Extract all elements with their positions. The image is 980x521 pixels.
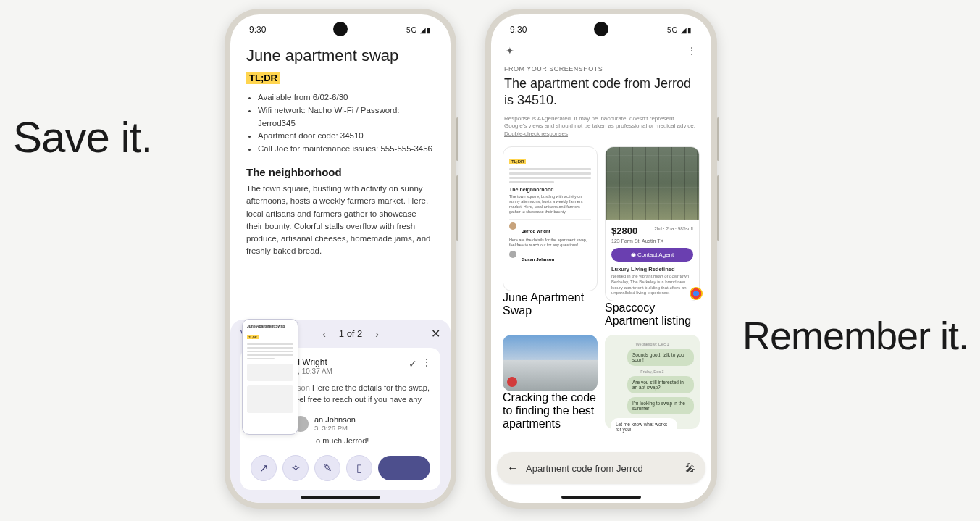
camera-cutout (594, 22, 608, 36)
back-icon[interactable]: ← (507, 462, 519, 475)
tldr-badge: TL;DR (246, 72, 280, 84)
close-icon[interactable]: ✕ (431, 327, 440, 341)
thumb-text: The town square, bustling with activity … (509, 194, 591, 215)
phone2-screen: 9:30 5G ◢▮ ✦ ⋮ FROM YOUR SCREENSHOTS The… (491, 14, 711, 503)
ai-answer: The apartment code from Jerrod is 34510. (504, 75, 698, 109)
chat-bubble: Are you still interested in an apt swap? (627, 376, 694, 393)
thumb-sender: Jerrod Wright (522, 229, 550, 233)
bullet-item: Wifi network: Nacho Wi-Fi / Password: Je… (258, 104, 435, 130)
listing-price: $2800 (611, 225, 637, 236)
mic-icon[interactable]: 🎤︎ (685, 462, 695, 474)
home-indicator[interactable] (301, 496, 380, 499)
action-row: ↗ ✧ ✎ ▯ (251, 455, 430, 481)
check-icon[interactable]: ✓ (409, 358, 417, 370)
phone1-screen: 9:30 5G ◢▮ June apartment swap TL;DR Ava… (230, 14, 451, 503)
note-content: June apartment swap TL;DR Available from… (230, 39, 451, 258)
bullet-item: Call Joe for maintenance issues: 555-555… (258, 143, 435, 156)
disclaimer-link[interactable]: Double-check responses (504, 130, 568, 137)
next-page-icon[interactable]: › (375, 328, 379, 340)
sparkle-icon[interactable]: ✦ (506, 45, 514, 57)
chat-bubble: Let me know what works for you! (611, 418, 677, 435)
reply-body: o much Jerrod! (251, 436, 430, 445)
listing-desc-heading: Luxury Living Redefined (611, 266, 693, 272)
phone-row: 9:30 5G ◢▮ June apartment swap TL;DR Ava… (225, 9, 717, 509)
thumb-tldr-badge: TL;DR (247, 335, 259, 339)
prev-page-icon[interactable]: ‹ (322, 328, 326, 340)
phone-remember: 9:30 5G ◢▮ ✦ ⋮ FROM YOUR SCREENSHOTS The… (485, 9, 717, 509)
status-time: 9:30 (510, 25, 527, 35)
crop-icon[interactable]: ✧ (282, 455, 309, 481)
share-icon[interactable]: ↗ (251, 455, 277, 481)
camera-cutout (333, 22, 348, 36)
section-heading: The neighborhood (246, 166, 435, 178)
avatar (509, 222, 516, 230)
thumb-heading: The neighborhood (509, 187, 591, 192)
search-bar[interactable]: ← Apartment code from Jerrod 🎤︎ (497, 452, 705, 484)
thumb-msg: Here are the details for the apartment s… (509, 238, 591, 248)
reply-name: an Johnson (314, 415, 356, 424)
result-card[interactable]: $2800 2bd · 2ba · 985sqft 123 Farm St, A… (605, 146, 700, 328)
page-indicator: 1 of 2 (339, 328, 363, 339)
status-time: 9:30 (249, 25, 266, 35)
floating-screenshot-thumb[interactable]: June Apartment Swap TL;DR (242, 319, 298, 435)
status-icons: 5G ◢▮ (667, 26, 692, 34)
chat-timestamp: Friday, Dec 3 (611, 370, 694, 374)
result-label: June Apartment Swap (503, 291, 598, 317)
tagline-remember: Remember it. (742, 315, 968, 357)
result-card[interactable]: TL;DR The neighborhood The town square, … (503, 146, 598, 328)
chat-timestamp: Wednesday, Dec 1 (611, 342, 694, 346)
contact-agent-button[interactable]: ◉ Contact Agent (611, 248, 693, 262)
thumb-reply-name: Susan Johnson (522, 257, 554, 262)
thumb-title: June Apartment Swap (247, 324, 293, 328)
thumb-tldr-badge: TL;DR (509, 159, 526, 164)
reply-date: 3, 3:26 PM (314, 424, 356, 432)
delete-icon[interactable]: ▯ (346, 455, 372, 481)
bullet-item: Apartment door code: 34510 (258, 130, 435, 143)
listing-address: 123 Farm St, Austin TX (611, 238, 693, 243)
phone-save: 9:30 5G ◢▮ June apartment swap TL;DR Ava… (225, 9, 456, 509)
search-input[interactable]: Apartment code from Jerrod (526, 463, 678, 474)
chrome-badge-icon (690, 287, 703, 300)
listing-image (606, 147, 699, 220)
tldr-bullets: Available from 6/02-6/30 Wifi network: N… (246, 91, 435, 156)
home-indicator[interactable] (561, 496, 641, 499)
result-label: Cracking the code to finding the best ap… (503, 391, 598, 430)
ai-disclaimer: Response is AI-generated. It may be inac… (504, 115, 698, 138)
tagline-save: Save it. (13, 112, 152, 162)
article-image (503, 335, 598, 391)
listing-desc: Nestled in the vibrant heart of downtown… (611, 274, 693, 296)
listing-meta: 2bd · 2ba · 985sqft (654, 226, 693, 231)
status-icons: 5G ◢▮ (406, 26, 432, 34)
more-icon[interactable]: ⋮ (687, 45, 697, 57)
primary-action-button[interactable] (378, 456, 430, 480)
result-card[interactable]: Cracking the code to finding the best ap… (503, 335, 598, 430)
bullet-item: Available from 6/02-6/30 (258, 91, 435, 104)
results-grid: TL;DR The neighborhood The town square, … (491, 138, 711, 430)
avatar (509, 251, 516, 258)
note-title: June apartment swap (246, 46, 435, 65)
more-icon[interactable]: ⋮ (422, 357, 432, 368)
result-card[interactable]: Wednesday, Dec 1 Sounds good, talk to yo… (605, 335, 700, 430)
chat-bubble: Sounds good, talk to you soon! (627, 349, 694, 366)
result-eyebrow: FROM YOUR SCREENSHOTS (504, 65, 698, 72)
section-paragraph: The town square, bustling with activity … (246, 183, 435, 258)
result-label: Spaccocy Apartment listing (605, 301, 700, 328)
chat-bubble: I'm looking to swap in the summer (627, 397, 694, 414)
edit-icon[interactable]: ✎ (314, 455, 340, 481)
